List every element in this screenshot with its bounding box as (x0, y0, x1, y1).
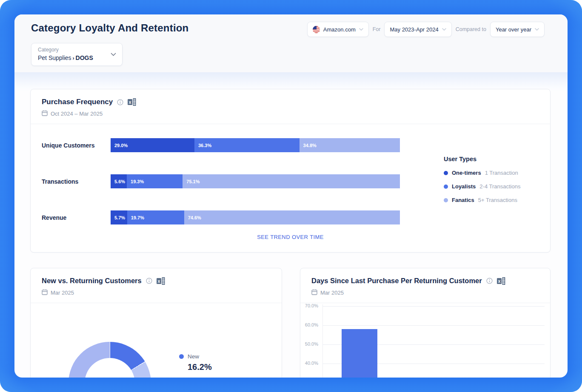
legend-dot (444, 171, 448, 175)
divider (31, 303, 282, 303)
legend-item: One-timers1 Transaction (444, 170, 520, 176)
bar-segment: 19.7% (127, 210, 184, 224)
y-axis-tick: 50.0% (300, 341, 318, 347)
card-title: New vs. Returning Customers (42, 277, 142, 285)
bar-segment: 29.0% (111, 138, 194, 152)
new-vs-returning-donut (68, 342, 151, 378)
calendar-icon (42, 110, 48, 117)
legend-dot (179, 354, 184, 359)
legend-name: New (188, 353, 199, 360)
card-date: Mar 2025 (51, 290, 74, 296)
card-date-range: Oct 2024 – Mar 2025 (51, 111, 103, 117)
calendar-icon (42, 289, 48, 296)
new-vs-returning-card: New vs. Returning Customers x Mar 2025 N… (30, 268, 282, 378)
dashboard-page: Category Loyalty And Retention Amazon.co… (14, 14, 568, 378)
y-axis-line (322, 304, 323, 378)
bar-segment: 75.1% (183, 174, 400, 188)
site-selector[interactable]: Amazon.com (307, 22, 369, 37)
legend-items: One-timers1 TransactionLoyalists2-4 Tran… (444, 170, 520, 203)
info-icon[interactable] (146, 278, 152, 284)
site-selector-label: Amazon.com (323, 26, 356, 33)
pf-row-label: Revenue (31, 214, 111, 221)
for-label: For (373, 26, 381, 32)
y-axis-tick: 60.0% (300, 322, 318, 327)
info-icon[interactable] (117, 99, 123, 105)
stacked-bar: 29.0%36.3%34.8% (111, 138, 400, 152)
legend-value: 16.2% (188, 362, 212, 372)
svg-text:x: x (157, 279, 160, 284)
purchase-frequency-card: Purchase Frequency x Oct 2024 – Mar 2025… (30, 89, 551, 253)
legend-item: Fanatics5+ Transactions (444, 197, 520, 203)
chevron-down-icon (111, 53, 116, 56)
us-flag-icon (313, 26, 320, 33)
gridline (322, 306, 545, 307)
pf-row-label: Unique Customers (31, 142, 111, 149)
chevron-down-icon (535, 28, 539, 31)
legend-dot (444, 198, 448, 202)
legend-title: User Types (444, 156, 520, 162)
legend-dot (444, 185, 448, 189)
bar-segment: 5.6% (111, 174, 127, 188)
svg-text:x: x (129, 100, 131, 105)
top-controls: Amazon.com For May 2023-Apr 2024 Compare… (307, 22, 545, 37)
chevron-down-icon (359, 28, 363, 31)
card-title: Purchase Frequency (42, 98, 113, 106)
donut-legend: New 16.2% (179, 353, 212, 372)
see-trend-link[interactable]: SEE TREND OVER TIME (31, 234, 550, 240)
y-axis-tick: 40.0% (300, 361, 318, 366)
legend-item: Loyalists2-4 Transactions (444, 183, 520, 190)
bar (342, 329, 377, 378)
page-title: Category Loyalty And Retention (31, 22, 188, 34)
date-range-label: May 2023-Apr 2024 (390, 26, 438, 33)
days-since-last-purchase-card: Days Since Last Purchase Per Returning C… (300, 268, 551, 378)
gridline (322, 325, 545, 326)
pf-row: Unique Customers29.0%36.3%34.8% (31, 138, 550, 152)
excel-export-icon[interactable]: x (157, 277, 165, 285)
pf-row-label: Transactions (31, 178, 111, 185)
pf-row: Revenue5.7%19.7%74.6% (31, 210, 550, 224)
bar-segment: 74.6% (184, 210, 400, 224)
chevron-down-icon (442, 28, 446, 31)
user-types-legend: User Types One-timers1 TransactionLoyali… (444, 156, 520, 203)
bar-segment: 34.8% (300, 138, 400, 152)
category-selector-label: Category (38, 47, 59, 53)
bar-segment: 5.7% (111, 210, 127, 224)
excel-export-icon[interactable]: x (128, 98, 136, 106)
date-range-selector[interactable]: May 2023-Apr 2024 (384, 22, 451, 37)
bar-segment: 19.3% (127, 174, 183, 188)
comparison-label: Year over year (496, 26, 531, 33)
stacked-bar: 5.6%19.3%75.1% (111, 174, 400, 188)
category-selector-value: Pet Supplies›DOGS (38, 54, 93, 61)
bar-segment: 36.3% (194, 138, 300, 152)
y-axis-tick: 70.0% (300, 303, 318, 308)
dslp-plot: 70.0%60.0%50.0%40.0% (300, 268, 550, 378)
comparison-selector[interactable]: Year over year (490, 22, 545, 37)
stacked-bar: 5.7%19.7%74.6% (111, 210, 400, 224)
compared-to-label: Compared to (456, 26, 486, 32)
category-selector[interactable]: Category Pet Supplies›DOGS (31, 43, 123, 66)
app-frame: Category Loyalty And Retention Amazon.co… (0, 0, 582, 392)
